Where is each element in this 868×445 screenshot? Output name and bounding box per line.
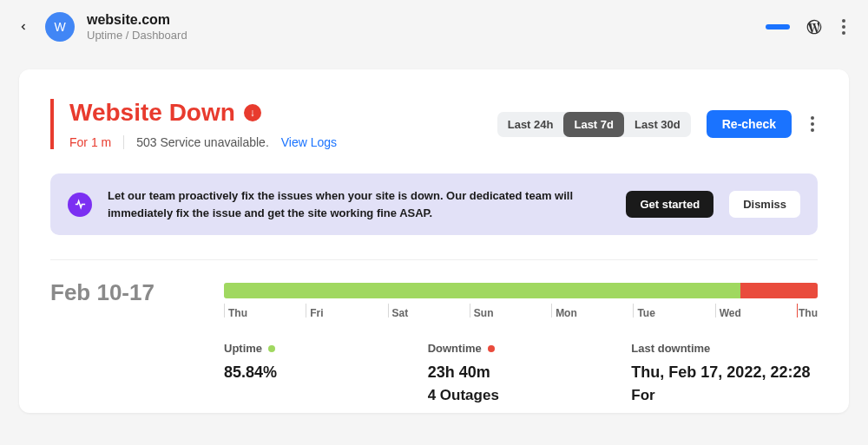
stat-last-downtime-for: For bbox=[631, 387, 818, 404]
back-button[interactable] bbox=[14, 17, 33, 36]
tab-last-7d[interactable]: Last 7d bbox=[563, 112, 624, 137]
status-title: Website Down ↓ bbox=[69, 99, 482, 127]
breadcrumb: Uptime / Dashboard bbox=[87, 29, 753, 42]
site-avatar: W bbox=[45, 12, 75, 42]
tick-label: Thu bbox=[224, 304, 306, 317]
stat-last-downtime-value: Thu, Feb 17, 2022, 22:28 bbox=[631, 363, 818, 382]
site-title: website.com bbox=[87, 12, 753, 28]
tick-row: Thu Fri Sat Sun Mon Tue Wed Thu bbox=[224, 304, 818, 317]
status-more-menu[interactable] bbox=[807, 113, 818, 135]
date-range-label: Feb 10-17 bbox=[50, 279, 198, 404]
tick-label: Wed bbox=[715, 304, 797, 317]
status-subrow: For 1 m 503 Service unavailable. View Lo… bbox=[69, 135, 482, 149]
status-duration: For 1 m bbox=[69, 135, 111, 149]
uptime-bar bbox=[224, 283, 818, 298]
topbar-right bbox=[766, 16, 849, 38]
stat-outages-value: 4 Outages bbox=[428, 387, 615, 404]
divider-vertical bbox=[123, 135, 124, 149]
recheck-button[interactable]: Re-check bbox=[707, 110, 792, 138]
topbar: W website.com Uptime / Dashboard bbox=[0, 0, 868, 50]
down-arrow-icon: ↓ bbox=[244, 104, 261, 121]
tick-label: Tue bbox=[633, 304, 714, 317]
tick-label: Thu bbox=[797, 304, 818, 317]
site-info: website.com Uptime / Dashboard bbox=[87, 12, 753, 42]
chart-right: Thu Fri Sat Sun Mon Tue Wed Thu Uptime 8… bbox=[224, 283, 818, 404]
get-started-button[interactable]: Get started bbox=[626, 191, 713, 218]
stat-last-downtime: Last downtime Thu, Feb 17, 2022, 22:28 F… bbox=[631, 342, 818, 404]
stat-label-text: Downtime bbox=[428, 342, 482, 355]
view-logs-link[interactable]: View Logs bbox=[281, 135, 337, 149]
progress-pill bbox=[766, 24, 790, 29]
stat-uptime: Uptime 85.84% bbox=[224, 342, 411, 404]
stat-uptime-label: Uptime bbox=[224, 342, 411, 355]
banner-text: Let our team proactively fix the issues … bbox=[108, 187, 610, 221]
tick-label: Sun bbox=[470, 304, 551, 317]
downtime-segment bbox=[740, 283, 818, 298]
stats-row: Uptime 85.84% Downtime 23h 40m 4 Outages bbox=[224, 342, 818, 404]
topbar-more-menu[interactable] bbox=[838, 16, 849, 38]
tab-last-24h[interactable]: Last 24h bbox=[497, 112, 564, 137]
stat-downtime-label: Downtime bbox=[428, 342, 615, 355]
stat-last-downtime-label: Last downtime bbox=[631, 342, 818, 355]
status-title-text: Website Down bbox=[69, 99, 235, 127]
heartbeat-icon bbox=[68, 193, 92, 217]
status-error-text: 503 Service unavailable. bbox=[136, 135, 269, 149]
time-range-tabs: Last 24h Last 7d Last 30d bbox=[497, 112, 691, 137]
stat-downtime-value: 23h 40m bbox=[428, 363, 615, 382]
tick-label: Fri bbox=[306, 304, 387, 317]
dot-green-icon bbox=[268, 345, 275, 352]
stat-downtime: Downtime 23h 40m 4 Outages bbox=[428, 342, 615, 404]
divider-horizontal bbox=[50, 259, 818, 260]
wordpress-icon[interactable] bbox=[806, 18, 823, 36]
tick-label: Mon bbox=[551, 304, 633, 317]
dot-red-icon bbox=[488, 345, 495, 352]
dismiss-button[interactable]: Dismiss bbox=[729, 191, 800, 218]
status-header: Website Down ↓ For 1 m 503 Service unava… bbox=[50, 99, 818, 149]
tick-label: Sat bbox=[388, 304, 470, 317]
promo-banner: Let our team proactively fix the issues … bbox=[50, 173, 818, 235]
uptime-segment bbox=[224, 283, 740, 298]
stat-label-text: Uptime bbox=[224, 342, 262, 355]
stat-label-text: Last downtime bbox=[631, 342, 710, 355]
stat-uptime-value: 85.84% bbox=[224, 363, 411, 382]
tab-last-30d[interactable]: Last 30d bbox=[624, 112, 691, 137]
main-card: Website Down ↓ For 1 m 503 Service unava… bbox=[19, 69, 849, 413]
chart-area: Feb 10-17 Thu Fri Sat Sun Mon Tue Wed Th… bbox=[50, 283, 818, 404]
